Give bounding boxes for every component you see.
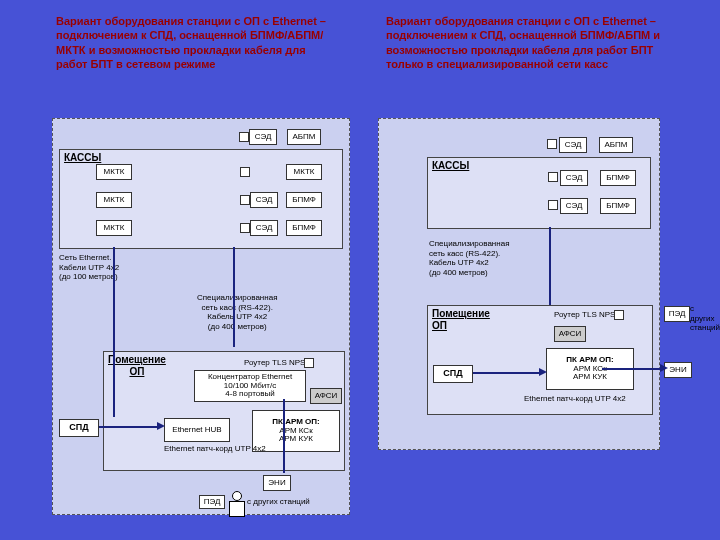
router-sq (304, 358, 314, 368)
abpm-box: АБПМ (287, 129, 321, 145)
spd-arrow-head (157, 422, 165, 430)
router-label: Роутер TLS NPS (244, 358, 305, 368)
r-sq2 (548, 200, 558, 210)
r-abpm-top: АБПМ (599, 137, 633, 153)
eth-cable-label: Сеть Ethernet. Кабели UTP 4x2 (до 100 ме… (59, 253, 119, 282)
sq1 (240, 167, 250, 177)
op-room-label: Помещение ОП (108, 354, 166, 378)
op-room-group: Помещение ОП Роутер TLS NPS Концентратор… (103, 351, 345, 471)
r-spd-ah (539, 368, 547, 376)
r-patch: Ethernet патч-корд UTP 4x2 (524, 394, 626, 404)
r-spec-net: Специализированная сеть касс (RS-422). К… (429, 239, 509, 277)
r-spd-arrow (473, 372, 541, 374)
r-kassy-label: КАССЫ (432, 160, 469, 172)
r-v1 (549, 227, 551, 305)
ped-other: с других станций (247, 497, 310, 507)
ext-eni-ah (660, 364, 668, 372)
v2 (233, 247, 235, 347)
konc: Концентратор Ethernet 10/100 Мбит/с 4-8 … (194, 370, 306, 402)
patch-label: Ethernet патч-корд UTP 4x2 (164, 444, 266, 454)
ped: ПЭД (199, 495, 225, 509)
v3 (283, 399, 285, 473)
r-bpmf2: БПМФ (600, 198, 636, 214)
hub: Ethernet HUB (164, 418, 230, 442)
r-spd: СПД (433, 365, 473, 383)
conn-sq (239, 132, 249, 142)
r-op-room-label: Помещение ОП (432, 308, 490, 332)
spd-arrow (99, 426, 159, 428)
kassy-group: КАССЫ МКТК МКТК МКТК МКТК СЭД БПМФ СЭД Б… (59, 149, 343, 249)
r-op-room: Помещение ОП Роутер TLS NPS АФСИ ПК АРМ … (427, 305, 653, 415)
sed-box: СЭД (249, 129, 277, 145)
sq3 (240, 223, 250, 233)
r-arm-kuk: АРМ КУК (573, 373, 607, 382)
r-sed2: СЭД (560, 198, 588, 214)
spec-net-label: Специализированная сеть касс (RS-422). К… (197, 293, 277, 331)
r-router-sq (614, 310, 624, 320)
ext-eni: ЭНИ (664, 362, 692, 378)
r-afsi: АФСИ (554, 326, 586, 342)
r-sq-top (547, 139, 557, 149)
ped-person (229, 491, 245, 515)
mktk2: МКТК (96, 192, 132, 208)
ext-eni-arrow (602, 368, 662, 370)
ext-ped: ПЭД (664, 306, 690, 322)
title-right: Вариант оборудования станции с ОП с Ethe… (386, 14, 686, 71)
afsi: АФСИ (310, 388, 342, 404)
title-left: Вариант оборудования станции с ОП с Ethe… (56, 14, 336, 71)
spd: СПД (59, 419, 99, 437)
bpmf3: БПМФ (286, 220, 322, 236)
mktk1: МКТК (96, 164, 132, 180)
sed2: СЭД (250, 192, 278, 208)
left-frame: СЭД АБПМ КАССЫ МКТК МКТК МКТК МКТК СЭД Б… (52, 118, 350, 515)
r-sq1 (548, 172, 558, 182)
eni: ЭНИ (263, 475, 291, 491)
mktk3: МКТК (96, 220, 132, 236)
r-sed-top: СЭД (559, 137, 587, 153)
sed3: СЭД (250, 220, 278, 236)
right-frame: СЭД АБПМ КАССЫ СЭД БПМФ СЭД БПМФ Специал… (378, 118, 660, 450)
mktk-r: МКТК (286, 164, 322, 180)
sq2 (240, 195, 250, 205)
ext-ped-label: с других станций (690, 304, 718, 333)
bpmf2: БПМФ (286, 192, 322, 208)
r-bpmf1: БПМФ (600, 170, 636, 186)
r-kassy: КАССЫ СЭД БПМФ СЭД БПМФ (427, 157, 651, 229)
r-sed1: СЭД (560, 170, 588, 186)
r-router: Роутер TLS NPS (554, 310, 615, 320)
v1 (113, 247, 115, 417)
kassy-label: КАССЫ (64, 152, 101, 164)
